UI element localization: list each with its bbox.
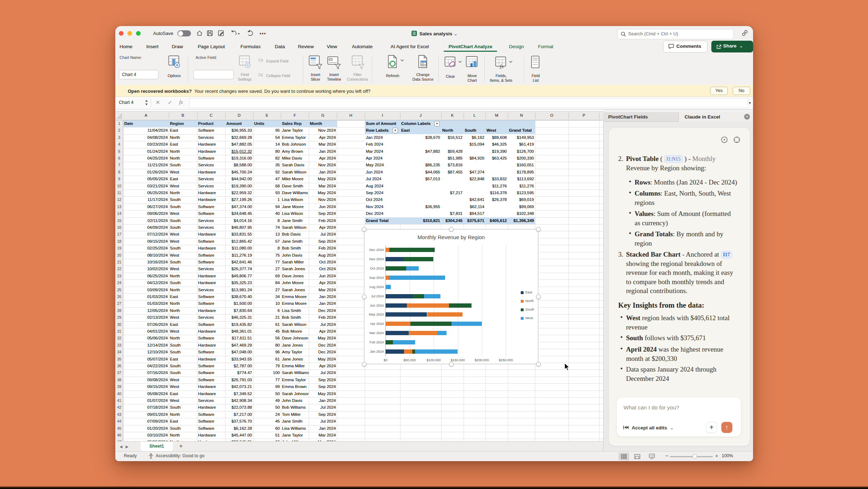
svg-text:fx: fx (500, 63, 504, 69)
